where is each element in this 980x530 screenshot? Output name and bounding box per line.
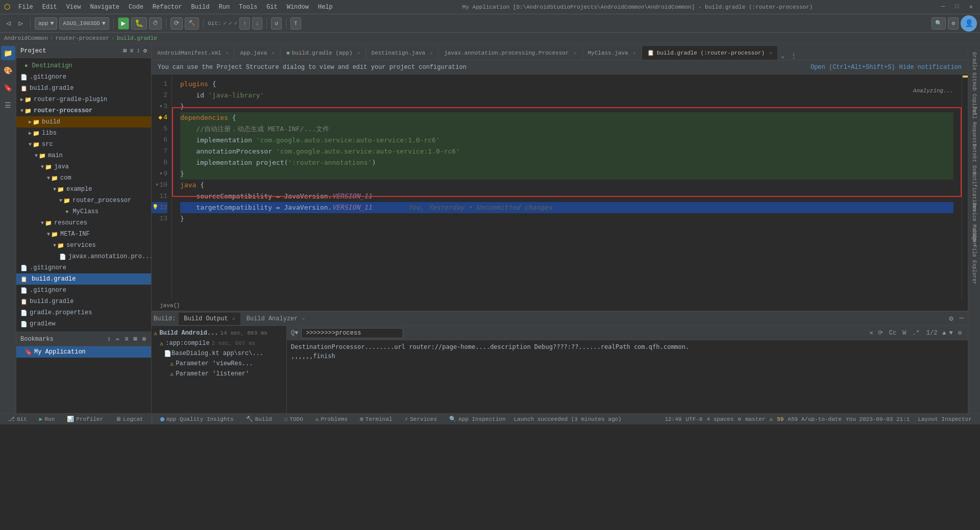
run-status-tab[interactable]: ▶ Run [35,414,59,425]
gradle-panel-btn[interactable]: Gradle [969,46,979,77]
gradle-properties-item[interactable]: 📄 gradle.properties [16,307,151,318]
sidebar-sort-btn[interactable]: ↕ [137,47,140,55]
services-status-tab[interactable]: ⚡ Services [401,414,441,425]
open-project-structure-button[interactable]: Open (Ctrl+Alt+Shift+S) [811,64,895,71]
problems-status-tab[interactable]: ⚠ Problems [311,414,352,425]
breadcrumb-module[interactable]: router-processor [55,35,109,41]
sidebar-expand-btn[interactable]: ⊞ [123,47,127,55]
build-gradle-item-3[interactable]: 📋 build.gradle [16,296,151,307]
menu-window[interactable]: Window [283,3,313,12]
java-folder-item[interactable]: ▼ 📁 java [16,161,151,172]
settings-button[interactable]: ⚙ [948,17,959,30]
menu-help[interactable]: Help [314,3,337,12]
close-build-output-tab[interactable]: ✕ [232,316,235,322]
menu-tools[interactable]: Tools [235,3,261,12]
tab-android-manifest[interactable]: AndroidManifest.xml ✕ [152,45,234,60]
gitignore-item-3[interactable]: 📄 .gitignore [16,285,151,296]
build-gradle-selected-item[interactable]: 📋 build.gradle [16,273,151,285]
menu-run[interactable]: Run [214,3,234,12]
close-build-analyzer-tab[interactable]: ✕ [302,316,305,322]
translate-button[interactable]: T [290,17,301,30]
light-bulb-12[interactable]: 💡 [152,202,158,213]
collapse-3[interactable]: ▼ [160,101,162,112]
bottom-minimize-btn[interactable]: ─ [958,313,966,324]
router-processor-pkg-item[interactable]: ▼ 📁 router_processor [16,195,151,206]
router-processor-item[interactable]: ▼ 📁 router-processor [16,105,151,116]
tab-destinatign[interactable]: Destinatign.java ✕ [366,45,439,60]
menu-code[interactable]: Code [125,3,148,12]
collapse-10[interactable]: ▼ [156,180,158,191]
csdn-file-explorer-btn[interactable]: CSDN File Explorer [969,242,979,272]
logcat-status-tab[interactable]: 🖥 Logcat [111,414,148,425]
bookmarks-sort-btn[interactable]: ↕ [107,336,111,343]
menu-file[interactable]: File [14,3,37,12]
search-everywhere-button[interactable]: 🔍 [932,17,946,30]
back-button[interactable]: ◁ [3,17,13,30]
bookmarks-list-btn[interactable]: ≡ [125,336,128,343]
close-app-java-tab[interactable]: ✕ [272,50,275,56]
prev-match-btn[interactable]: ▲ [942,330,946,337]
close-javax-tab[interactable]: ✕ [573,50,576,56]
tab-myclass[interactable]: MyClass.java ✕ [582,45,642,60]
bookmarks-settings-btn[interactable]: ⚙ [142,335,146,343]
tab-build-gradle-app[interactable]: ● build.gradle (app) ✕ [280,45,365,60]
com-folder-item[interactable]: ▼ 📁 com [16,172,151,184]
build-search-box[interactable]: >>>>>>>>process [301,328,403,338]
terminal-status-tab[interactable]: ⊞ Terminal [356,414,396,425]
tab-overflow-button[interactable]: ⌄ [778,52,788,60]
tab-more-button[interactable]: ⋮ [788,52,800,60]
close-build-gradle-app-tab[interactable]: ✕ [357,50,360,56]
breadcrumb-root[interactable]: AndroidCommon [4,35,48,41]
bookmarks-button[interactable]: 🔖 [1,81,15,95]
destination-item[interactable]: ● Destinatign [16,60,151,71]
maximize-button[interactable]: □ [952,3,962,11]
bookmarks-edit-btn[interactable]: ✏ [116,335,119,343]
tab-app-java[interactable]: App.java ✕ [234,45,280,60]
myclass-item[interactable]: ● MyClass [16,206,151,217]
sidebar-collapse-btn[interactable]: ≡ [130,47,133,55]
bookmarks-group-btn[interactable]: ⊞ [134,335,137,343]
todo-status-tab[interactable]: ☐ TODO [280,414,307,425]
run-button[interactable]: ▶ [118,17,129,30]
sync-button[interactable]: ⟳ [170,17,183,30]
my-application-bookmark[interactable]: 🔖 My Application [16,346,151,358]
next-match-btn[interactable]: ▼ [949,330,953,337]
github-copilot-panel-btn[interactable]: GitHub Copilot [969,79,979,109]
param-viewres-item[interactable]: ⚠ Parameter 'viewRes... [152,359,286,369]
structure-button[interactable]: ☰ [1,98,15,112]
match-case-btn[interactable]: Cc [889,330,896,337]
menu-build[interactable]: Build [187,3,213,12]
tab-javax-processor[interactable]: javax.annotation.processing.Processor ✕ [438,45,582,60]
user-avatar[interactable]: 👤 [961,15,977,32]
notifications-panel-btn[interactable]: Notifications [969,176,979,207]
pull-requests-panel-btn[interactable]: Pull Requests [969,111,979,142]
build-folder-item[interactable]: ▶ 📁 build [16,116,151,128]
detekt-doc-panel-btn[interactable]: Detekt Doc [969,144,979,174]
javax-annotation-item[interactable]: 📄 javax.annotation.pro... [16,251,151,262]
git-push-button[interactable]: ↓ [252,17,263,30]
project-view-button[interactable]: 📁 [1,46,15,60]
close-search-btn[interactable]: ✕ [870,329,873,337]
bottom-settings-btn[interactable]: ⚙ [947,313,955,324]
param-listener-item[interactable]: ⚠ Parameter 'listener' [152,369,286,379]
gradlew-item[interactable]: 📄 gradlew [16,318,151,330]
close-myclass-tab[interactable]: ✕ [633,50,636,56]
git-status-tab[interactable]: ⎇ Git [4,414,31,425]
libs-folder-item[interactable]: ▶ 📁 libs [16,128,151,139]
close-build-gradle-router-tab[interactable]: ✕ [769,50,772,56]
build-analyzer-tab[interactable]: Build Analyzer ✕ [241,313,310,325]
run-config-select[interactable]: app ▼ [35,17,57,30]
output-settings-btn[interactable]: ⚙ [958,329,962,337]
debug-button[interactable]: 🐛 [131,17,147,30]
build-status-tab[interactable]: 🔨 Build [242,414,276,425]
layout-inspector-btn[interactable]: Layout Inspector [914,414,976,425]
menu-refactor[interactable]: Refactor [149,3,186,12]
profiler-status-tab[interactable]: 📊 Profiler [63,414,107,425]
refresh-search-btn[interactable]: ⟳ [878,329,883,337]
router-gradle-plugin-item[interactable]: ▶ 📁 router-gradle-plugin [16,94,151,105]
build-android-item[interactable]: ⚠ Build Android... 14 sec, 863 ms [152,328,286,338]
regex-btn[interactable]: .* [912,330,919,337]
close-destinatign-tab[interactable]: ✕ [430,50,433,56]
app-quality-tab[interactable]: App Quality Insights [156,414,238,425]
gitignore-item-1[interactable]: 📄 .gitignore [16,71,151,83]
